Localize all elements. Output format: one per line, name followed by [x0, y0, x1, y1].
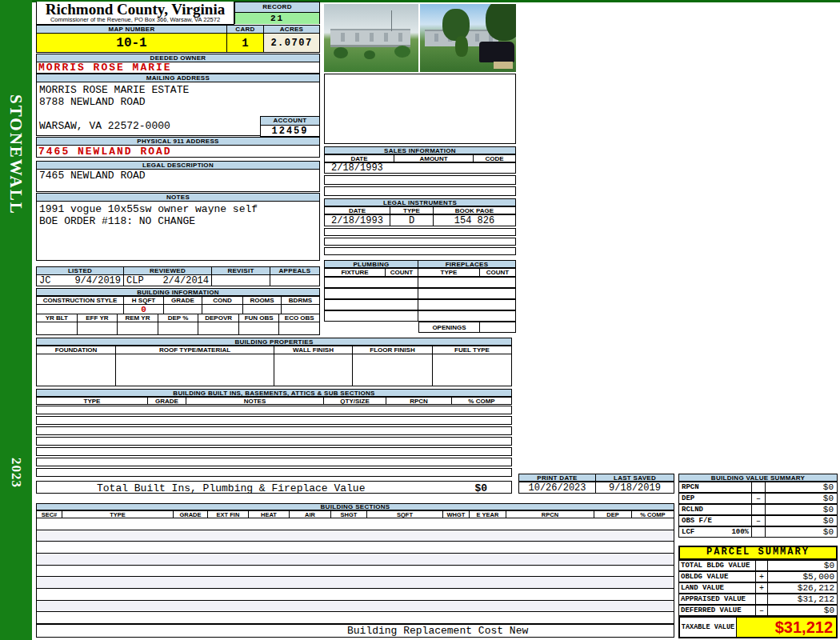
sales-date-label: DATE — [324, 154, 394, 162]
blank-cell — [118, 322, 158, 335]
card-value: 1 — [227, 33, 264, 53]
blank-row — [324, 175, 516, 185]
record-value: 21 — [235, 13, 319, 24]
photo2-bush — [455, 36, 468, 57]
bvs-op: – — [752, 515, 766, 526]
openings-label: OPENINGS — [418, 322, 480, 333]
bs-dep-label: DEP — [594, 510, 632, 518]
bs-comp-label: % COMP — [632, 510, 674, 518]
blank-cell — [324, 288, 418, 299]
bs-sqft-label: SQFT — [367, 510, 443, 518]
notes-box: 1991 vogue 10x55sw owner wayne self BOE … — [36, 201, 320, 261]
bvs-op — [752, 526, 766, 538]
blank-cell — [239, 322, 280, 335]
blank-cell — [198, 322, 239, 335]
sales-header-row: DATE AMOUNT CODE — [324, 154, 516, 162]
blank-row — [324, 247, 516, 255]
plumbing-title: PLUMBING — [324, 260, 418, 268]
bi-rpcn-label: RPCN — [386, 397, 452, 405]
bvs-value: $0 — [766, 504, 838, 515]
mailing-line-2: 8788 NEWLAND ROAD — [39, 96, 146, 108]
acres-value: 2.0707 — [264, 33, 320, 53]
account-label: ACCOUNT — [261, 117, 319, 126]
blank-row — [36, 426, 512, 435]
map-number-value: 10-1 — [36, 33, 227, 53]
print-value-row: 10/26/2023 9/18/2019 — [518, 482, 674, 494]
photo2-tree — [442, 9, 470, 41]
parcel-summary-table: TOTAL BLDG VALUE $0 OBLDG VALUE + $5,000… — [678, 560, 838, 616]
print-date-label: PRINT DATE — [518, 474, 596, 482]
county-title: Richmond County, Virginia — [37, 2, 234, 17]
record-box: RECORD 21 — [234, 2, 320, 24]
building-sections-header-row: SEC# TYPE GRADE EXT FIN HEAT AIR SHGT SQ… — [36, 510, 674, 518]
parcel-value: $0 — [768, 605, 838, 616]
bvs-op: – — [752, 493, 766, 504]
bvs-value: $0 — [766, 493, 838, 504]
county-subtitle: Commissioner of the Revenue, PO Box 366,… — [37, 17, 234, 23]
blank-cell — [418, 310, 516, 322]
bi-qty-label: QTY/SIZE — [324, 397, 386, 405]
district-sidebar: STONEWALL 2023 — [0, 0, 32, 640]
record-label: RECORD — [235, 2, 319, 13]
building-sections-rows — [36, 518, 674, 624]
roof-type-value — [116, 354, 274, 386]
bvs-row: DEP – $0 — [678, 493, 838, 504]
deeded-owner-value: MORRIS ROSE MARIE — [36, 62, 320, 74]
sales-amount-label: AMOUNT — [394, 154, 474, 162]
photo1-bush — [394, 46, 410, 58]
taxable-value-amount: $31,212 — [737, 618, 836, 637]
property-photo-1 — [324, 4, 418, 72]
blank-cell — [324, 277, 418, 288]
bi-comp-label: % COMP — [452, 397, 512, 405]
bvs-label-text: OBS F/E — [682, 517, 712, 525]
photo1-antenna — [391, 10, 392, 31]
revisit-value — [212, 274, 270, 286]
bvs-label: LCF100% — [678, 526, 752, 538]
built-ins-total-row: Total Built Ins, Plumbing & Fireplace Va… — [36, 481, 512, 494]
parcel-value: $5,000 — [768, 571, 838, 582]
sales-row-1: 2/18/1993 — [324, 162, 516, 174]
parcel-row: OBLDG VALUE + $5,000 — [678, 571, 838, 582]
instruments-row-1: 2/18/1993 D 154 826 — [324, 214, 516, 226]
bs-air-label: AIR — [290, 510, 331, 518]
fuel-type-value — [433, 354, 512, 386]
plumbing-row — [324, 288, 516, 299]
physical-address-value: 7465 NEWLAND ROAD — [36, 145, 320, 158]
map-card-acres-value-row: 10-1 1 2.0707 — [36, 33, 320, 53]
instr-bookpage-label: BOOK PAGE — [434, 206, 516, 214]
blank-row — [36, 566, 674, 578]
blank-row — [36, 406, 512, 414]
building-properties-value-row — [36, 354, 512, 386]
sales-title: SALES INFORMATION — [324, 146, 516, 154]
listed-by: JC — [39, 275, 50, 286]
bi-type-label: TYPE — [36, 397, 148, 405]
instr-bookpage-value: 154 826 — [434, 214, 516, 226]
property-photo-2 — [420, 4, 516, 72]
bs-eyear-label: E YEAR — [470, 510, 506, 518]
parcel-row: TOTAL BLDG VALUE $0 — [678, 560, 838, 571]
blank-row — [36, 416, 512, 425]
bs-type-label: TYPE — [62, 510, 174, 518]
building-sections-title: BUILDING SECTIONS — [36, 503, 674, 510]
bs-sec-label: SEC# — [36, 510, 62, 518]
parcel-value: $0 — [768, 560, 838, 571]
instr-date-value: 2/18/1993 — [324, 214, 390, 226]
property-record-card: STONEWALL 2023 Richmond County, Virginia… — [0, 0, 840, 640]
blank-row — [36, 530, 674, 542]
built-ins-title: BUILDING BUILT INS, BASEMENTS, ATTICS & … — [36, 389, 512, 397]
bvs-row: LCF100% $0 — [678, 526, 838, 538]
plumbing-fireplaces-header-row: FIXTURE COUNT TYPE COUNT — [324, 268, 516, 277]
bs-shgt-label: SHGT — [331, 510, 367, 518]
fixture-count-label: COUNT — [386, 268, 418, 277]
bvs-op — [752, 482, 766, 493]
photo1-mobile-home — [330, 29, 410, 47]
taxable-value-label: TAXABLE VALUE — [680, 618, 737, 637]
review-value-row: JC 9/4/2019 CLP 2/4/2014 — [36, 274, 320, 286]
blank-row — [324, 238, 516, 246]
bs-rpcn-label: RPCN — [506, 510, 594, 518]
bvs-label: RCLND — [678, 504, 752, 515]
bi-grade-label: GRADE — [148, 397, 186, 405]
parcel-op — [756, 594, 768, 605]
parcel-label: APPRAISED VALUE — [678, 594, 756, 605]
bvs-label-text: DEP — [682, 494, 694, 502]
